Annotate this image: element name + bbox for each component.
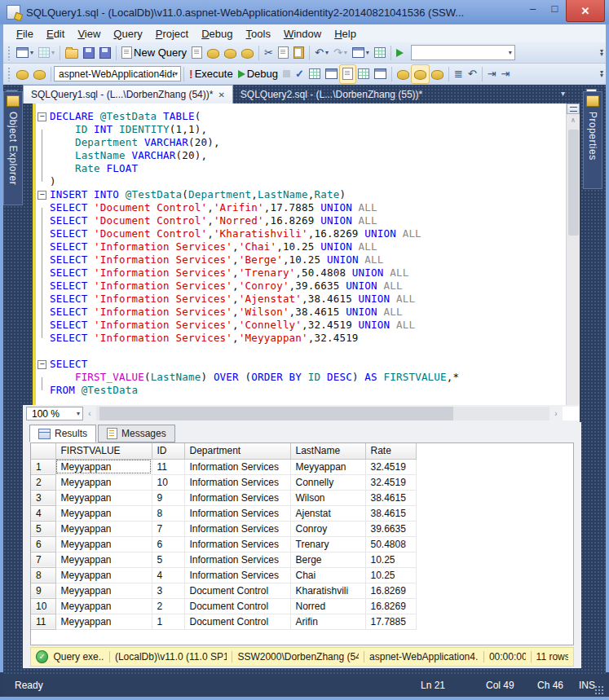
grid-cell[interactable]: 17.7885 xyxy=(365,614,416,629)
display-estimated-plan-button[interactable] xyxy=(307,65,323,83)
save-button[interactable] xyxy=(81,44,97,62)
menu-item-view[interactable]: View xyxy=(71,26,107,42)
undo-button[interactable]: ↶▾ xyxy=(312,44,331,62)
intellisense-button[interactable] xyxy=(340,65,355,83)
sql-editor[interactable]: −DECLARE @TestData TABLE( ID INT IDENTIT… xyxy=(33,103,566,405)
activity-monitor-button[interactable]: ▾ xyxy=(36,44,57,62)
scrollbar-thumb[interactable] xyxy=(568,130,579,236)
grid-column-header[interactable]: ID xyxy=(152,443,184,459)
toolbar-overflow-button[interactable]: ▾▾ xyxy=(600,50,603,56)
menu-item-window[interactable]: Window xyxy=(277,26,328,42)
grid-row-header[interactable]: 1 xyxy=(31,459,55,474)
grid-cell[interactable]: Meyyappan xyxy=(55,459,152,474)
grid-cell[interactable]: Wilson xyxy=(290,490,365,505)
code-view[interactable]: −DECLARE @TestData TABLE( ID INT IDENTIT… xyxy=(38,110,566,397)
editor-vertical-scrollbar[interactable]: ∧ xyxy=(566,103,580,405)
menu-item-project[interactable]: Project xyxy=(149,26,195,42)
cut-button[interactable]: ✂ xyxy=(262,44,276,62)
grid-column-header[interactable]: LastName xyxy=(290,443,365,459)
new-query-button[interactable]: New Query xyxy=(119,44,189,62)
grid-cell[interactable]: Kharatishvili xyxy=(290,583,365,598)
connect-button[interactable] xyxy=(14,65,31,83)
grid-row-header[interactable]: 11 xyxy=(31,614,55,629)
grid-cell[interactable]: Information Services xyxy=(184,474,290,490)
grid-cell[interactable]: Trenary xyxy=(290,536,365,552)
database-engine-query-button[interactable] xyxy=(189,44,205,62)
scroll-up-icon[interactable]: ∧ xyxy=(567,114,580,126)
grid-row-header[interactable]: 6 xyxy=(31,536,55,552)
save-all-button[interactable] xyxy=(97,44,113,62)
grid-cell[interactable]: Connelly xyxy=(290,474,365,490)
debug-button[interactable]: Debug xyxy=(236,65,280,83)
grid-row-header[interactable]: 4 xyxy=(31,505,55,521)
tab-messages[interactable]: Messages xyxy=(98,425,175,442)
grid-column-header[interactable]: FIRSTVALUE xyxy=(55,443,152,459)
grid-cell[interactable]: Information Services xyxy=(184,521,290,536)
horizontal-scrollbar[interactable] xyxy=(96,407,549,420)
grid-cell[interactable]: Meyyappan xyxy=(55,598,152,614)
mdx-query-button[interactable] xyxy=(205,44,222,62)
xmla-query-button[interactable] xyxy=(239,44,256,62)
zoom-combo[interactable]: 100 % ▾ xyxy=(26,407,83,420)
grid-cell[interactable]: 5 xyxy=(152,552,184,567)
execute-button[interactable]: !Execute xyxy=(187,65,236,83)
grid-column-header[interactable] xyxy=(31,443,55,459)
copy-button[interactable] xyxy=(276,44,291,62)
menu-item-query[interactable]: Query xyxy=(107,26,148,42)
grid-cell[interactable]: 4 xyxy=(152,567,184,583)
grid-cell[interactable]: Information Services xyxy=(184,505,290,521)
grid-cell[interactable]: Information Services xyxy=(184,536,290,552)
menu-item-tools[interactable]: Tools xyxy=(240,26,277,42)
grid-row-header[interactable]: 3 xyxy=(31,490,55,505)
grid-cell[interactable]: 32.4519 xyxy=(365,474,416,490)
grid-cell[interactable]: 10.25 xyxy=(365,552,416,567)
grid-cell[interactable]: 16.8269 xyxy=(365,583,416,598)
client-statistics-button[interactable] xyxy=(372,65,389,83)
grid-row-header[interactable]: 8 xyxy=(31,567,55,583)
grid-cell[interactable]: Ajenstat xyxy=(290,505,365,521)
grid-cell[interactable]: 1 xyxy=(152,614,184,629)
search-combo[interactable]: ▾ xyxy=(411,45,515,60)
grid-cell[interactable]: Meyyappan xyxy=(55,614,152,629)
fold-toggle-icon[interactable]: − xyxy=(38,191,46,200)
properties-window-button[interactable] xyxy=(372,44,388,62)
grid-cell[interactable]: Meyyappan xyxy=(55,490,152,505)
fold-toggle-icon[interactable]: − xyxy=(38,360,46,369)
uncomment-button[interactable]: ↶ xyxy=(466,65,479,83)
grid-cell[interactable]: Document Control xyxy=(184,614,290,629)
toolbar-grip[interactable] xyxy=(7,67,11,81)
grid-cell[interactable]: Meyyappan xyxy=(55,474,152,490)
grid-cell[interactable]: Arifin xyxy=(290,614,365,629)
grid-cell[interactable]: 39.6635 xyxy=(365,521,416,536)
menu-item-edit[interactable]: Edit xyxy=(40,26,71,42)
grid-cell[interactable]: 2 xyxy=(152,598,184,614)
grid-column-header[interactable]: Department xyxy=(184,443,290,459)
toolbar-overflow-button[interactable]: ▾▾ xyxy=(600,71,603,77)
grid-row-header[interactable]: 10 xyxy=(31,598,55,614)
grid-cell[interactable]: Meyyappan xyxy=(55,552,152,567)
change-connection-button[interactable] xyxy=(31,65,48,83)
object-explorer-tab[interactable]: Object Explorer xyxy=(3,91,23,205)
grid-cell[interactable]: 6 xyxy=(152,536,184,552)
resize-grip[interactable] xyxy=(594,685,604,695)
close-button[interactable]: ✕ xyxy=(566,0,605,22)
grid-cell[interactable]: 16.8269 xyxy=(365,598,416,614)
toolbar-grip[interactable] xyxy=(7,46,11,60)
run-button[interactable] xyxy=(394,44,406,62)
include-actual-plan-button[interactable] xyxy=(355,65,372,83)
navigate-button[interactable]: ▾ xyxy=(350,44,372,62)
redo-button[interactable]: ↷▾ xyxy=(331,44,350,62)
scrollbar-thumb[interactable] xyxy=(99,407,453,420)
splitter-handle[interactable] xyxy=(567,103,580,114)
grid-cell[interactable]: Meyyappan xyxy=(55,505,152,521)
grid-cell[interactable]: Meyyappan xyxy=(55,521,152,536)
grid-cell[interactable]: Chai xyxy=(290,567,365,583)
tab-results[interactable]: Results xyxy=(29,425,96,442)
results-to-grid-button[interactable] xyxy=(412,65,429,83)
grid-cell[interactable]: Meyyappan xyxy=(55,583,152,598)
grid-cell[interactable]: Berge xyxy=(290,552,365,567)
results-to-file-button[interactable] xyxy=(429,65,446,83)
grid-cell[interactable]: Information Services xyxy=(184,552,290,567)
stop-button[interactable] xyxy=(280,65,293,83)
grid-cell[interactable]: 8 xyxy=(152,505,184,521)
